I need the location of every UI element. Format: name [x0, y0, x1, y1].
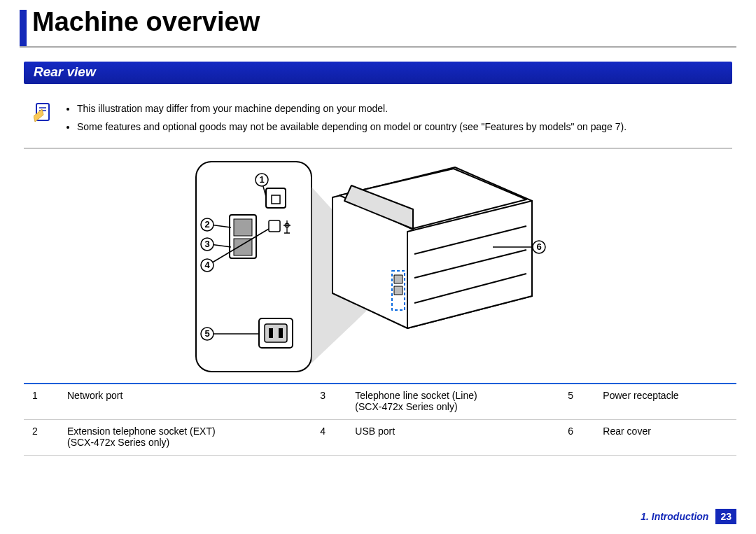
legend-num: 6 [559, 419, 594, 455]
legend-desc: Network port [59, 384, 312, 420]
callout-label: 2 [204, 219, 209, 230]
note-item: This illustration may differ from your m… [77, 101, 626, 116]
table-row: 1 Network port 3 Telephone line socket (… [24, 384, 736, 420]
legend-label: Network port [67, 390, 122, 401]
note-icon [34, 102, 52, 126]
legend-label: Extension telephone socket (EXT) [67, 426, 216, 437]
legend-num: 2 [24, 419, 59, 455]
title-accent-bar [20, 10, 27, 46]
callout-label: 6 [536, 241, 541, 252]
svg-rect-12 [269, 328, 273, 338]
svg-rect-8 [234, 239, 252, 255]
legend-label: Power receptacle [603, 390, 678, 401]
callout-label: 3 [204, 239, 209, 249]
legend-desc: USB port [346, 419, 559, 455]
legend-desc: Extension telephone socket (EXT) (SCX-47… [59, 419, 312, 455]
page-footer: 1. Introduction 23 [640, 509, 736, 524]
legend-desc: Telephone line socket (Line) (SCX-472x S… [346, 384, 559, 420]
legend-sublabel: (SCX-472x Series only) [355, 401, 551, 412]
rear-view-illustration: 1 2 3 4 5 [182, 159, 574, 376]
svg-rect-33 [394, 286, 402, 295]
footer-chapter: 1. Introduction [640, 511, 708, 522]
callout-label: 4 [204, 260, 210, 270]
page-title: Machine overview [32, 7, 260, 35]
svg-rect-9 [269, 220, 280, 232]
legend-sublabel: (SCX-472x Series only) [67, 437, 303, 448]
note-box: This illustration may differ from your m… [24, 97, 732, 149]
note-item: Some features and optional goods may not… [77, 119, 626, 134]
legend-label: Rear cover [603, 426, 650, 437]
callout-label: 5 [204, 328, 209, 339]
legend-desc: Power receptacle [594, 384, 736, 420]
svg-rect-13 [279, 328, 283, 338]
legend-table: 1 Network port 3 Telephone line socket (… [24, 383, 736, 456]
table-row: 2 Extension telephone socket (EXT) (SCX-… [24, 419, 736, 455]
legend-label: Telephone line socket (Line) [355, 390, 477, 401]
footer-page-number: 23 [715, 509, 736, 524]
legend-num: 4 [312, 419, 346, 455]
legend-desc: Rear cover [594, 419, 736, 455]
section-heading: Rear view [24, 62, 732, 84]
legend-num: 5 [559, 384, 594, 420]
legend-num: 3 [312, 384, 346, 420]
note-list: This illustration may differ from your m… [64, 101, 626, 138]
svg-rect-7 [234, 219, 252, 236]
svg-rect-32 [394, 275, 402, 283]
legend-num: 1 [24, 384, 59, 420]
callout-label: 1 [259, 174, 264, 185]
page-header: Machine overview [20, 7, 736, 48]
legend-label: USB port [355, 426, 395, 437]
svg-rect-11 [265, 324, 287, 342]
svg-rect-4 [266, 188, 286, 208]
